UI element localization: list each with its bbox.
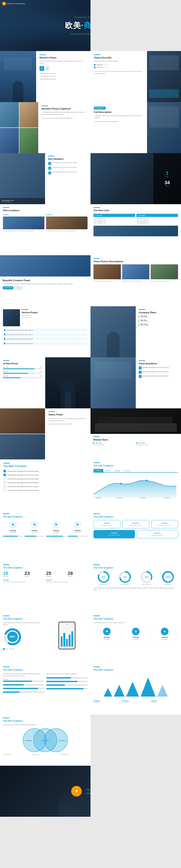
accent-line: [94, 666, 100, 667]
venn-desc: Lorem ipsum dolor sit amet consectetur a…: [3, 724, 87, 726]
checklist-item-1: ✓ Checklist item description text here l…: [3, 470, 87, 472]
triangle-labels: Strategy Description Business Descriptio…: [94, 700, 178, 703]
h-bars-2: [46, 677, 87, 690]
right-image: [45, 357, 90, 408]
circles-grid: 82% Main Business 73% Main Business 34% …: [94, 571, 178, 585]
accent-line: [39, 55, 46, 55]
slide-content-reveal: Reveal's Power Lorem ipsum dolor sit ame…: [36, 51, 90, 102]
slide-title: Three Picture Descriptions: [94, 260, 178, 263]
svg-text:Payment: Payment: [59, 740, 66, 741]
tab-destiny[interactable]: Destiny: [103, 469, 112, 472]
right-content: [46, 622, 87, 650]
flag-item-3: ⚑ Ranking Description: [46, 521, 66, 533]
num-2: 23 Destiny: [25, 571, 45, 577]
svg-text:Payment: Payment: [164, 497, 170, 499]
slide-title: Company Plans: [139, 311, 178, 314]
left-image-blurred: [90, 357, 136, 408]
flag-label-2: Ranking: [25, 530, 45, 531]
slide-picture-descriptions: Three Picture Descriptions Description t…: [90, 255, 181, 306]
check-1: ✓: [3, 470, 6, 472]
circle-item-1: 82% Main Business: [94, 571, 114, 585]
slide-title: The Info Graphics: [94, 464, 178, 467]
slide-salary-power: Salary Power Lorem ipsum dolor sit amet …: [0, 408, 90, 459]
num-1: 15 Rankings: [3, 571, 23, 577]
h-bars: Item One: [3, 679, 44, 693]
slide-final-cover: ✦ THANK YOU Creative Presentation Templa…: [0, 766, 90, 817]
check-label-1: Checklist item description text here lor…: [7, 470, 39, 472]
desc-1: Strategy Lorem ipsum dolor sit amet cons…: [3, 579, 45, 583]
slide-content: Beautiful Creature Power Lorem ipsum dol…: [0, 277, 90, 292]
slide-title: Reveal's Power: [39, 56, 87, 59]
check-5: [3, 485, 6, 488]
slide-title: The Info Graphics: [94, 566, 178, 569]
price-bars: Item One 80% Item Two 65%: [3, 367, 42, 379]
checklist-item-6: Checklist item description text here lor…: [3, 489, 87, 492]
icon-1: ⊕: [39, 66, 44, 71]
icon-boxes-grid: ⚑ Ranking Description ⚙ Strategy Descrip…: [94, 626, 178, 642]
accent-line: [3, 360, 9, 361]
check-3: [3, 477, 6, 480]
cover-subtitle: Creative Presentation Template: [65, 33, 90, 35]
flag-item-1: ⚑ Ranking Description: [3, 521, 23, 533]
accent-line: [94, 616, 100, 616]
icon-row: ⊕ ⊡: [39, 66, 87, 71]
slide-body: Lorem ipsum dolor sit amet consectetur a…: [94, 115, 144, 119]
header-area: Service Power Sub headline text Sub head…: [3, 309, 87, 326]
stat-2: 34: [165, 180, 170, 185]
svg-point-0: [120, 483, 122, 485]
checklist-item-2: ✓ Checklist item description text here l…: [3, 474, 87, 476]
slide-body: Lorem ipsum dolor sit amet consectetur a…: [48, 417, 87, 422]
text-content-right: Lorem ipsum dolor sit amet consectetur a…: [46, 673, 87, 693]
tab-ranking[interactable]: Ranking: [94, 469, 103, 472]
slide-cover: ✦ Creative Presentation Creative Present…: [0, 0, 90, 51]
tab-payment[interactable]: Payment: [122, 469, 132, 472]
chart-layout: Lorem ipsum dolor sit amet consectetur a…: [3, 622, 87, 650]
left-image: [90, 306, 136, 357]
box-5: Business Description text here: [137, 530, 178, 538]
boxes-grid-2: Ranking Description text here Business D…: [94, 530, 178, 538]
accent-line: [3, 207, 9, 208]
field-list: Field One ────── Field Two ────── Lorem …: [94, 64, 144, 75]
checklist-item-4: Checklist item description text here lor…: [3, 481, 87, 484]
final-subtitle: Creative Presentation Template: [86, 792, 90, 794]
flag-item-4: ⚑ Ranking Description: [68, 521, 88, 533]
slide-main-checklist: The Main Checklist ✓ Checklist item desc…: [0, 459, 90, 510]
flag-label-3: Ranking: [46, 530, 66, 531]
stat-num-4: 28: [68, 571, 88, 576]
accent-line: [93, 436, 100, 437]
icon-box-3: ★ Payment Description: [151, 626, 178, 642]
slide-content-salary: Salary Power Lorem ipsum dolor sit amet …: [45, 408, 90, 459]
accent-line: [94, 564, 100, 565]
slide-content-vision: Vision Describe Lorem ipsum dolor sit am…: [90, 51, 147, 102]
slide-title: Salary Power: [48, 413, 87, 416]
slide-info-graphics-bars: The Info Graphics Lorem ipsum dolor sit …: [0, 663, 90, 715]
accent-line: [139, 360, 145, 361]
final-logo: ✦: [71, 786, 82, 797]
slide-title: The Info Graphics: [3, 566, 87, 569]
slide-title: The Info Graphics: [3, 617, 87, 620]
intro-text: Lorem ipsum dolor sit amet consectetur a…: [94, 622, 178, 624]
stat-label-4: Payment: [68, 576, 88, 577]
left-content: Lorem ipsum dolor sit amet consectetur a…: [3, 622, 44, 650]
desc-2: Payment Lorem ipsum dolor sit amet conse…: [46, 579, 87, 583]
slide-item-prices: of Item Prices Item One 80% Item Two 65%: [0, 357, 90, 408]
logo-label: Creative Presentation: [7, 3, 25, 5]
tab-strategy[interactable]: Strategy: [112, 469, 122, 472]
stat-2-label: Items: [165, 185, 170, 187]
tab-headers: Ranking Destiny Strategy Payment: [94, 469, 178, 473]
questions-list: ? Question description text here lorem i…: [139, 367, 178, 378]
button-row: Learn More Details: [3, 286, 88, 289]
slide-content-description: Description ① Full Description Lorem ips…: [90, 102, 147, 153]
slide-body: Lorem ipsum dolor sit amet consectetur a…: [42, 111, 87, 116]
box-2: Business Description text here: [122, 520, 149, 528]
slide-full-overlay: 1 Item 34 Items: [90, 153, 181, 204]
slide-subtitle-2: Sub headline text: [22, 316, 87, 318]
logo-icon: ✦: [2, 2, 6, 5]
slide-title: of Item Prices: [3, 362, 42, 365]
slide-reveal-power: Reveal's Power Lorem ipsum dolor sit ame…: [0, 51, 90, 102]
slide-company-plans: Company Plans Plan One Description text …: [90, 306, 181, 357]
accent-line: [48, 156, 55, 156]
slide-info-graphics-wave: The Info Graphics Ranking Destiny Strate…: [90, 459, 181, 510]
checklist-item-5: Checklist item description text here lor…: [3, 485, 87, 488]
slide-info-graphics-venn: The Info Graphics Lorem ipsum dolor sit …: [0, 715, 90, 766]
